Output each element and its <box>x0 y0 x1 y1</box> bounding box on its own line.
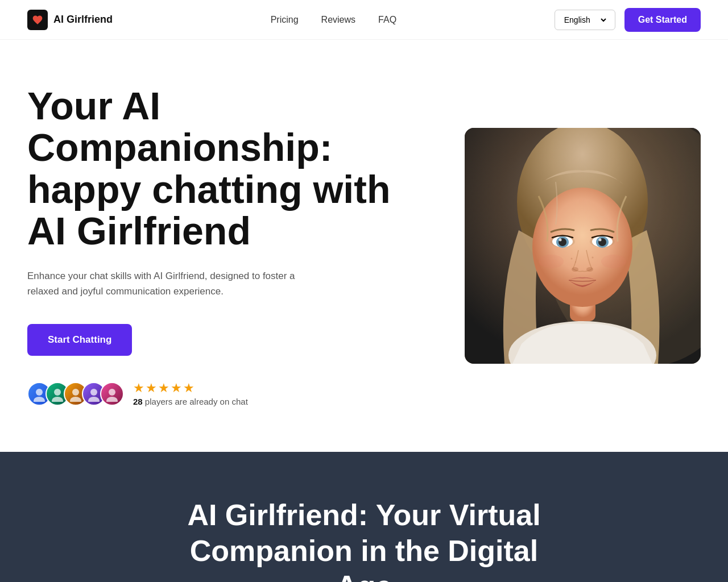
logo-icon <box>27 10 48 30</box>
svg-point-6 <box>90 389 97 396</box>
svg-point-3 <box>52 397 63 402</box>
language-dropdown[interactable]: English Spanish French German Japanese <box>562 15 608 25</box>
hero-portrait <box>465 128 701 364</box>
logo-text: AI Girlfriend <box>53 14 113 26</box>
nav-right: English Spanish French German Japanese G… <box>555 8 701 32</box>
nav-link-pricing[interactable]: Pricing <box>271 15 299 25</box>
logo[interactable]: AI Girlfriend <box>27 10 113 30</box>
player-count: 28 <box>133 397 143 406</box>
language-selector[interactable]: English Spanish French German Japanese <box>555 10 615 30</box>
svg-point-31 <box>539 255 564 268</box>
svg-point-32 <box>601 255 626 268</box>
svg-point-1 <box>34 397 45 402</box>
hero-title: Your AI Companionship: happy chatting wi… <box>27 85 403 252</box>
bottom-section: AI Girlfriend: Your Virtual Companion in… <box>0 452 728 582</box>
svg-point-4 <box>72 389 79 396</box>
svg-point-7 <box>88 397 100 402</box>
get-started-button[interactable]: Get Started <box>624 8 701 32</box>
nav-link-faq[interactable]: FAQ <box>378 15 396 25</box>
proof-text: ★★★★★ 28 players are already on chat <box>133 381 248 406</box>
svg-point-30 <box>575 261 576 263</box>
hero-right <box>462 128 701 364</box>
svg-point-2 <box>54 389 61 396</box>
svg-point-27 <box>586 267 593 272</box>
hero-subtitle: Enhance your chat skills with AI Girlfri… <box>27 268 312 299</box>
navbar: AI Girlfriend Pricing Reviews FAQ Englis… <box>0 0 728 40</box>
avatar-group <box>27 382 124 406</box>
avatar <box>100 382 124 406</box>
hero-left: Your AI Companionship: happy chatting wi… <box>27 85 403 406</box>
nav-links: Pricing Reviews FAQ <box>271 15 396 25</box>
svg-point-8 <box>109 389 115 396</box>
start-chatting-button[interactable]: Start Chatting <box>27 324 132 356</box>
player-count-label: players are already on chat <box>145 397 248 406</box>
svg-point-29 <box>592 257 594 259</box>
svg-point-28 <box>571 258 573 260</box>
hero-section: Your AI Companionship: happy chatting wi… <box>0 40 728 452</box>
svg-point-5 <box>70 397 81 402</box>
svg-point-15 <box>532 188 632 307</box>
star-rating: ★★★★★ <box>133 381 248 396</box>
bottom-title: AI Girlfriend: Your Virtual Companion in… <box>165 497 563 582</box>
player-count-text: 28 players are already on chat <box>133 397 248 406</box>
svg-point-25 <box>599 239 602 242</box>
heart-icon <box>32 14 43 26</box>
svg-point-9 <box>106 397 118 402</box>
svg-point-26 <box>572 267 578 272</box>
svg-point-0 <box>36 389 43 396</box>
portrait-svg <box>465 128 701 364</box>
social-proof: ★★★★★ 28 players are already on chat <box>27 381 403 406</box>
nav-link-reviews[interactable]: Reviews <box>321 15 355 25</box>
svg-point-24 <box>559 239 562 242</box>
